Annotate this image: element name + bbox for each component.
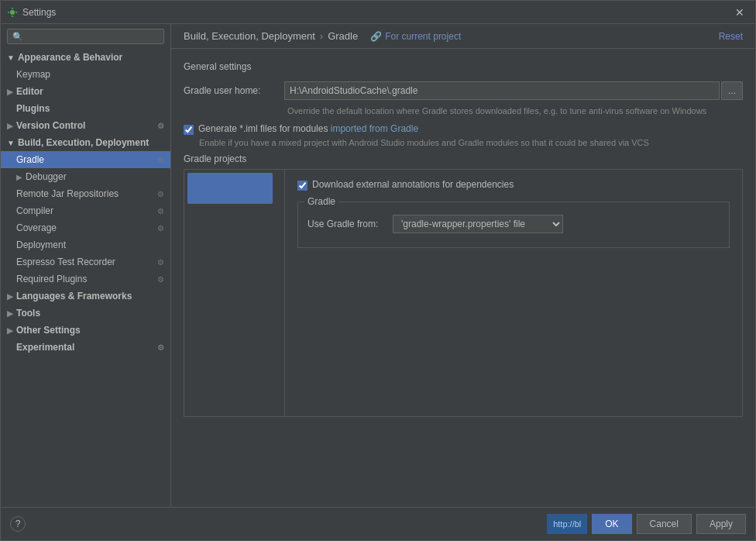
sidebar-item-version-control[interactable]: ▶ Version Control ⚙ [1, 117, 170, 134]
panel-header: Build, Execution, Deployment › Gradle 🔗 … [171, 24, 755, 49]
settings-icon [7, 7, 18, 18]
sidebar-item-appearance[interactable]: ▼ Appearance & Behavior [1, 49, 170, 66]
browse-button[interactable]: ... [721, 81, 743, 100]
sidebar-item-label: Languages & Frameworks [16, 291, 132, 302]
sidebar-item-tools[interactable]: ▶ Tools [1, 305, 170, 322]
footer-right: http://bl OK Cancel Apply [547, 514, 746, 534]
title-bar: Settings ✕ [1, 1, 755, 24]
sidebar-item-label: Gradle [16, 154, 44, 165]
footer: ? http://bl OK Cancel Apply [1, 507, 755, 540]
project-label: For current project [385, 31, 461, 42]
gradle-home-hint: Override the default location where Grad… [184, 106, 743, 115]
sidebar-item-deployment[interactable]: Deployment [1, 236, 170, 253]
settings-small-icon: ⚙ [157, 156, 164, 164]
right-panel: Build, Execution, Deployment › Gradle 🔗 … [171, 24, 755, 507]
sidebar-item-label: Deployment [16, 239, 66, 250]
sidebar-item-label: Build, Execution, Deployment [18, 137, 149, 148]
breadcrumb-part2: Gradle [328, 30, 358, 42]
help-button[interactable]: ? [10, 516, 26, 532]
arrow-icon: ▶ [7, 122, 13, 130]
use-gradle-from-row: Use Gradle from: 'gradle-wrapper.propert… [308, 215, 720, 233]
sidebar-item-label: Remote Jar Repositories [16, 188, 119, 199]
svg-point-0 [10, 10, 15, 15]
sidebar-item-espresso[interactable]: Espresso Test Recorder ⚙ [1, 253, 170, 270]
settings-small-icon: ⚙ [157, 122, 164, 130]
project-list-item[interactable] [187, 173, 273, 204]
iml-checkbox-hint: Enable if you have a mixed project with … [184, 138, 743, 147]
settings-small-icon: ⚙ [157, 190, 164, 198]
gradle-projects-section: Gradle projects Download external annota… [184, 153, 743, 417]
reset-button[interactable]: Reset [719, 31, 743, 42]
arrow-icon: ▶ [7, 88, 13, 96]
sidebar-item-label: Experimental [16, 342, 74, 353]
sidebar-item-label: Editor [16, 86, 43, 97]
sidebar-item-editor[interactable]: ▶ Editor [1, 83, 170, 100]
project-link[interactable]: 🔗 For current project [370, 31, 461, 42]
gradle-user-home-label: Gradle user home: [184, 85, 284, 96]
breadcrumb: Build, Execution, Deployment › Gradle 🔗 … [184, 30, 719, 42]
gradle-projects-label: Gradle projects [184, 153, 743, 164]
sidebar-item-experimental[interactable]: ▶ Experimental ⚙ [1, 339, 170, 356]
search-box[interactable]: 🔍 [7, 29, 164, 44]
cancel-button[interactable]: Cancel [637, 514, 692, 534]
iml-label-text: Generate *.iml files for modules [198, 123, 331, 134]
footer-left: ? [10, 516, 26, 532]
sidebar-item-coverage[interactable]: Coverage ⚙ [1, 219, 170, 236]
url-bar: http://bl [547, 514, 587, 534]
sidebar-item-required-plugins[interactable]: Required Plugins ⚙ [1, 270, 170, 288]
dialog-title: Settings [22, 7, 730, 18]
settings-small-icon: ⚙ [157, 207, 164, 215]
search-icon: 🔍 [12, 32, 23, 42]
sidebar-item-label: Compiler [16, 205, 53, 216]
use-gradle-from-select[interactable]: 'gradle-wrapper.properties' file Local i… [393, 215, 563, 233]
ok-button[interactable]: OK [592, 514, 631, 534]
settings-small-icon: ⚙ [157, 258, 164, 267]
sidebar-item-other-settings[interactable]: ▶ Other Settings [1, 322, 170, 339]
main-content: 🔍 ▼ Appearance & Behavior Keymap ▶ Edito… [1, 24, 755, 507]
gradle-user-home-input[interactable] [284, 81, 720, 100]
sidebar-item-debugger[interactable]: ▶ Debugger [1, 168, 170, 185]
iml-highlight: imported from Gradle [331, 123, 418, 134]
gradle-user-home-row: Gradle user home: ... [184, 81, 743, 100]
annotations-label: Download external annotations for depend… [312, 179, 514, 190]
breadcrumb-arrow: › [320, 30, 323, 42]
sidebar-item-languages[interactable]: ▶ Languages & Frameworks [1, 288, 170, 305]
settings-small-icon: ⚙ [157, 224, 164, 233]
annotations-checkbox-row: Download external annotations for depend… [297, 179, 730, 191]
sidebar-item-compiler[interactable]: Compiler ⚙ [1, 202, 170, 219]
sidebar-item-gradle[interactable]: Gradle ⚙ [1, 151, 170, 168]
arrow-icon: ▶ [7, 309, 13, 318]
arrow-icon: ▼ [7, 53, 15, 62]
sidebar-item-label: Version Control [16, 120, 85, 131]
general-settings-label: General settings [184, 61, 743, 72]
breadcrumb-part1: Build, Execution, Deployment [184, 30, 315, 42]
sidebar-item-plugins[interactable]: ▶ Plugins [1, 100, 170, 117]
arrow-icon: ▼ [7, 139, 15, 147]
sidebar: 🔍 ▼ Appearance & Behavior Keymap ▶ Edito… [1, 24, 171, 507]
sidebar-item-label: Debugger [26, 171, 67, 182]
sidebar-item-remote-jar[interactable]: Remote Jar Repositories ⚙ [1, 185, 170, 202]
sidebar-item-label: Required Plugins [16, 274, 87, 284]
sidebar-item-label: Keymap [16, 69, 50, 80]
project-list [184, 170, 285, 416]
apply-button[interactable]: Apply [696, 514, 746, 534]
gradle-subsection: Gradle Use Gradle from: 'gradle-wrapper.… [297, 202, 730, 248]
sidebar-item-label: Tools [16, 308, 40, 319]
settings-small-icon: ⚙ [157, 275, 164, 284]
sidebar-item-label: Appearance & Behavior [18, 52, 122, 63]
project-settings-panel: Download external annotations for depend… [285, 170, 742, 416]
iml-checkbox-row: Generate *.iml files for modules importe… [184, 123, 743, 135]
close-button[interactable]: ✕ [730, 5, 749, 20]
arrow-icon: ▶ [7, 326, 13, 335]
sidebar-item-label: Coverage [16, 222, 57, 233]
annotations-checkbox[interactable] [297, 181, 308, 191]
gradle-projects-panel: Download external annotations for depend… [184, 169, 743, 417]
settings-small-icon: ⚙ [157, 343, 164, 352]
sidebar-item-build-execution[interactable]: ▼ Build, Execution, Deployment [1, 134, 170, 151]
iml-checkbox-label: Generate *.iml files for modules importe… [198, 123, 418, 134]
settings-dialog: Settings ✕ 🔍 ▼ Appearance & Behavior Key… [0, 0, 756, 541]
iml-checkbox[interactable] [184, 125, 194, 135]
arrow-icon: ▶ [16, 173, 22, 181]
sidebar-item-keymap[interactable]: Keymap [1, 66, 170, 83]
search-input[interactable] [26, 31, 159, 42]
